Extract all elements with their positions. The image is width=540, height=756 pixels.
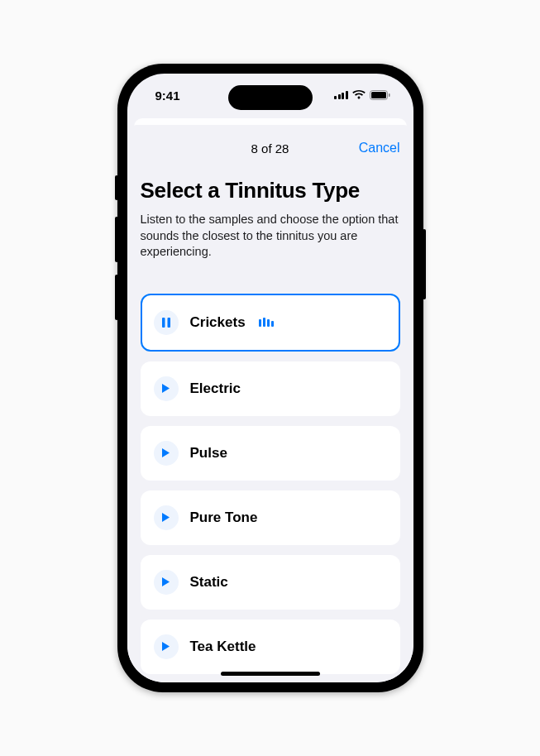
cellular-icon [334, 91, 348, 99]
option-label: Static [190, 574, 228, 591]
option-label: Pure Tone [190, 510, 258, 526]
svg-rect-1 [371, 92, 386, 98]
equalizer-icon [259, 318, 274, 327]
play-button[interactable] [154, 376, 179, 401]
option-label: Pulse [190, 445, 227, 462]
svg-rect-3 [162, 318, 165, 328]
option-label: Crickets [190, 314, 246, 331]
screen: 9:41 8 of 28 Cancel Sel [127, 74, 413, 682]
play-icon [161, 383, 170, 394]
play-icon [161, 641, 170, 652]
power-button [423, 229, 426, 299]
option-electric[interactable]: Electric [141, 361, 400, 416]
status-time: 9:41 [155, 89, 180, 103]
modal-sheet: 8 of 28 Cancel Select a Tinnitus Type Li… [127, 125, 413, 682]
option-pulse[interactable]: Pulse [141, 426, 400, 481]
volume-up-button [115, 217, 118, 262]
option-label: Electric [190, 380, 241, 397]
volume-down-button [115, 275, 118, 320]
option-static[interactable]: Static [141, 555, 400, 610]
play-button[interactable] [154, 441, 179, 466]
page-title: Select a Tinnitus Type [141, 178, 400, 203]
play-button[interactable] [154, 570, 179, 595]
dynamic-island [228, 85, 313, 110]
phone-frame: 9:41 8 of 28 Cancel Sel [117, 64, 423, 692]
option-crickets[interactable]: Crickets [141, 294, 400, 352]
sheet-header: 8 of 28 Cancel [141, 136, 400, 160]
pause-button[interactable] [154, 310, 179, 335]
play-button[interactable] [154, 505, 179, 530]
pause-icon [162, 318, 170, 328]
option-pure-tone[interactable]: Pure Tone [141, 490, 400, 545]
side-button [115, 175, 118, 200]
option-label: Tea Kettle [190, 639, 256, 655]
page-description: Listen to the samples and choose the opt… [141, 212, 400, 261]
battery-icon [370, 90, 390, 100]
option-tea-kettle[interactable]: Tea Kettle [141, 620, 400, 674]
cancel-button[interactable]: Cancel [359, 141, 400, 156]
play-button[interactable] [154, 634, 179, 659]
status-indicators [334, 90, 390, 100]
play-icon [161, 447, 170, 458]
wifi-icon [352, 90, 366, 100]
options-list: Crickets Electric [141, 294, 400, 641]
play-icon [161, 577, 170, 587]
svg-rect-4 [167, 318, 170, 328]
play-icon [161, 512, 170, 523]
home-indicator[interactable] [221, 672, 320, 676]
svg-rect-2 [389, 93, 390, 97]
